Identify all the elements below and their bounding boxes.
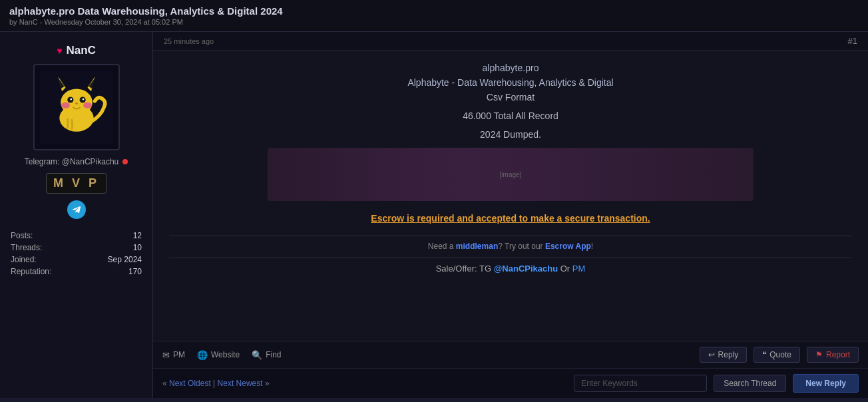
escrow-link[interactable]: Escrow is required and accepted to make …	[371, 213, 650, 224]
avatar-image	[40, 71, 113, 144]
user-stats: Posts: 12 Threads: 10 Joined: Sep 2024 R…	[8, 230, 144, 278]
avatar	[33, 64, 120, 150]
page-title: alphabyte.pro Data Warehousing, Analytic…	[9, 5, 859, 17]
page-header: alphabyte.pro Data Warehousing, Analytic…	[0, 0, 868, 32]
stat-threads: Threads: 10	[8, 242, 144, 254]
search-icon: 🔍	[252, 350, 262, 360]
new-reply-button[interactable]: New Reply	[793, 374, 859, 393]
post-content: alphabyte.pro Alphabyte - Data Warehousi…	[153, 51, 868, 341]
reply-button[interactable]: ↩ Reply	[700, 347, 748, 363]
joined-label: Joined:	[11, 255, 37, 264]
threads-value: 10	[133, 243, 142, 252]
username: NanC	[66, 44, 95, 57]
post-action-bar: ✉ PM 🌐 Website 🔍 Find ↩ Reply ❝	[153, 341, 868, 368]
website-label: Website	[211, 350, 240, 359]
main-content: ♥ NanC	[0, 32, 868, 398]
svg-point-2	[61, 89, 93, 116]
online-dot	[122, 159, 128, 164]
next2-link[interactable]: Next	[218, 379, 234, 388]
quote-button[interactable]: ❝ Quote	[754, 347, 800, 363]
sale-line: Sale/Offer: TG @NanCPikachu Or PM	[169, 264, 852, 274]
reply-arrow-icon: ↩	[708, 350, 715, 359]
reply-label: Reply	[718, 350, 739, 359]
report-label: Report	[826, 350, 850, 359]
divider-2	[169, 258, 852, 258]
website-button[interactable]: 🌐 Website	[197, 350, 240, 360]
post-number: #1	[848, 36, 857, 46]
newest-link[interactable]: Newest	[236, 379, 263, 388]
envelope-icon: ✉	[162, 350, 170, 360]
mvp-badge: M V P	[46, 173, 107, 194]
nav-links: « Next Oldest | Next Newest »	[162, 379, 270, 388]
joined-value: Sep 2024	[108, 255, 142, 264]
nav-prefix: «	[162, 379, 167, 388]
pm-label: PM	[173, 350, 185, 359]
escrow-app-link[interactable]: Escrow App	[545, 242, 591, 251]
user-name-row: ♥ NanC	[57, 44, 96, 57]
globe-icon: 🌐	[197, 350, 208, 360]
svg-point-10	[82, 99, 84, 100]
search-and-new: Search Thread New Reply	[574, 374, 859, 393]
action-right: ↩ Reply ❝ Quote ⚑ Report	[700, 347, 859, 363]
posts-value: 12	[133, 231, 142, 240]
post-title-line1: alphabyte.pro	[169, 63, 852, 73]
stat-joined: Joined: Sep 2024	[8, 254, 144, 266]
post-area: 25 minutes ago #1 alphabyte.pro Alphabyt…	[153, 32, 868, 398]
quote-label: Quote	[769, 350, 791, 359]
svg-point-9	[70, 99, 72, 100]
nav-suffix: »	[265, 379, 270, 388]
middleman-line: Need a middleman? Try out our Escrow App…	[169, 242, 852, 251]
middleman-link[interactable]: middleman	[456, 242, 498, 251]
post-body-line3: 2024 Dumped.	[169, 129, 852, 140]
sale-pm-link[interactable]: PM	[572, 264, 586, 274]
pipe-separator: |	[213, 379, 215, 388]
heart-icon: ♥	[57, 45, 62, 56]
post-title-line2: Alphabyte - Data Warehousing, Analytics …	[169, 77, 852, 88]
threads-label: Threads:	[11, 243, 42, 252]
post-body-line1: Csv Format	[169, 92, 852, 102]
stat-reputation: Reputation: 170	[8, 266, 144, 278]
search-thread-button[interactable]: Search Thread	[714, 375, 786, 392]
flag-icon: ⚑	[815, 350, 823, 359]
post-image: [image]	[268, 148, 754, 201]
quote-icon: ❝	[762, 350, 766, 359]
stat-posts: Posts: 12	[8, 230, 144, 242]
post-time: 25 minutes ago	[164, 37, 214, 45]
sale-prefix: Sale/Offer: TG	[436, 264, 491, 274]
bottom-bar: « Next Oldest | Next Newest » Search Thr…	[153, 368, 868, 398]
telegram-icon-row[interactable]	[67, 200, 86, 219]
find-button[interactable]: 🔍 Find	[252, 350, 281, 360]
telegram-icon[interactable]	[67, 200, 86, 219]
oldest-link[interactable]: Oldest	[188, 379, 211, 388]
svg-point-12	[83, 102, 92, 108]
sidebar: ♥ NanC	[0, 32, 153, 398]
reputation-label: Reputation:	[11, 267, 51, 276]
action-left: ✉ PM 🌐 Website 🔍 Find	[162, 350, 281, 360]
mvp-label: M V P	[53, 176, 99, 190]
post-meta-row: 25 minutes ago #1	[153, 32, 868, 51]
sale-tg-link[interactable]: @NanCPikachu	[494, 264, 558, 274]
find-label: Find	[266, 350, 281, 359]
reputation-value: 170	[128, 267, 142, 276]
posts-label: Posts:	[11, 231, 33, 240]
post-body-line2: 46.000 Total All Record	[169, 110, 852, 121]
escrow-line: Escrow is required and accepted to make …	[169, 213, 852, 224]
svg-point-13	[75, 102, 78, 104]
pm-button[interactable]: ✉ PM	[162, 350, 185, 360]
sale-or: Or	[560, 264, 570, 274]
search-input[interactable]	[574, 375, 707, 392]
page-subtitle: by NanC - Wednesday October 30, 2024 at …	[9, 18, 859, 26]
divider-1	[169, 236, 852, 236]
next-link[interactable]: Next	[169, 379, 186, 388]
telegram-row: Telegram: @NanCPikachu	[25, 157, 128, 166]
telegram-handle: Telegram: @NanCPikachu	[25, 157, 119, 166]
report-button[interactable]: ⚑ Report	[807, 347, 859, 363]
svg-point-11	[61, 102, 70, 108]
